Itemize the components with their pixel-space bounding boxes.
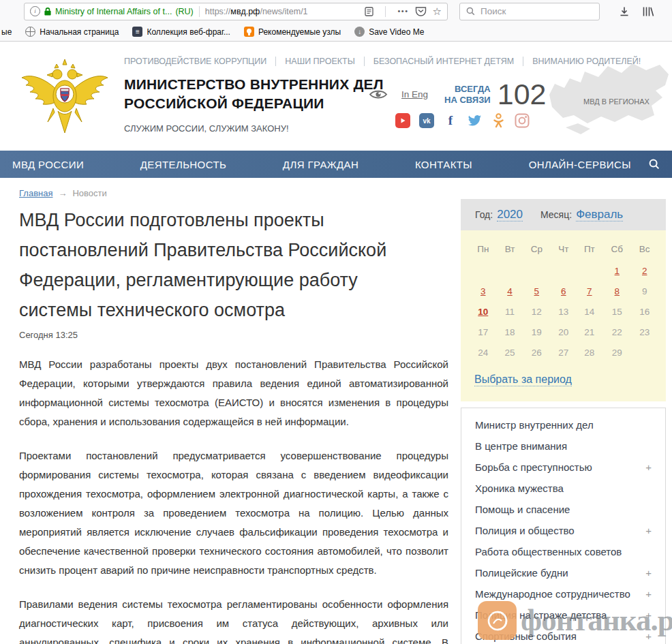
header-top-link[interactable]: БЕЗОПАСНЫЙ ИНТЕРНЕТ ДЕТЯМ (373, 57, 514, 66)
bookmark-item[interactable]: ые (1, 27, 12, 37)
page-actions-icon[interactable]: ••• (397, 7, 408, 15)
nav-item[interactable]: МВД РОССИИ (12, 159, 84, 170)
browser-toolbar: i Ministry of Internal Affairs of t... (… (0, 0, 672, 22)
year-select[interactable]: 2020 (497, 208, 523, 222)
sidebar-menu-item[interactable]: Борьба с преступностью+ (461, 457, 665, 478)
select-period-link[interactable]: Выбрать за период (474, 373, 572, 386)
reader-mode-icon[interactable] (365, 7, 373, 16)
sidebar-item-label: Полиция и общество (475, 525, 575, 536)
mvd-emblem (19, 55, 110, 138)
weekday-label: Чт (551, 237, 576, 260)
nav-item[interactable]: ОНЛАЙН-СЕРВИСЫ (529, 159, 631, 170)
pocket-icon[interactable] (415, 6, 427, 16)
expand-plus-icon[interactable]: + (645, 525, 652, 536)
calendar-day-link[interactable]: 8 (615, 286, 620, 296)
odnoklassniki-icon[interactable] (491, 113, 506, 128)
bookmark-star-icon[interactable]: ☆ (433, 6, 442, 16)
calendar-day-cell: 13 (551, 301, 576, 322)
sidebar-menu-item[interactable]: Полиция и общество+ (461, 520, 665, 541)
search-bar[interactable]: Поиск (459, 3, 600, 20)
breadcrumb-home-link[interactable]: Главная (19, 188, 52, 198)
url-bar[interactable]: i Ministry of Internal Affairs of t... (… (24, 3, 448, 20)
month-select[interactable]: Февраль (576, 208, 623, 222)
weekday-label: Вт (498, 237, 523, 260)
header-top-link[interactable]: НАШИ ПРОЕКТЫ (285, 57, 354, 66)
globe-icon (25, 27, 35, 37)
sidebar-item-label: Спортивные события (475, 630, 577, 642)
calendar-header: Год: 2020 Месяц: Февраль (461, 199, 666, 230)
vk-icon[interactable]: vk (419, 113, 434, 128)
calendar-day: 16 (639, 307, 650, 317)
calendar-day-cell: 17 (469, 322, 498, 342)
article-date: Сегодня 13:25 (19, 330, 448, 340)
sidebar-menu-item[interactable]: Полиция на страже детства+ (461, 604, 665, 626)
expand-plus-icon[interactable]: + (645, 567, 652, 579)
identity-site-name: Ministry of Internal Affairs of t... (55, 7, 172, 16)
regions-map[interactable]: МВД В РЕГИОНАХ (545, 52, 671, 144)
calendar-day-link[interactable]: 1 (615, 266, 620, 276)
sidebar-menu-item[interactable]: Работа общественных советов (461, 541, 665, 562)
info-icon[interactable]: i (30, 6, 40, 16)
youtube-icon[interactable] (395, 113, 410, 128)
sidebar-item-label: Полиция на страже детства (475, 609, 607, 621)
article-paragraph: МВД России разработаны проекты двух пост… (19, 355, 448, 431)
nav-search-icon[interactable] (649, 159, 660, 170)
calendar-day: 20 (558, 327, 568, 337)
bookmark-item[interactable]: ↓Save Video Me (354, 27, 424, 37)
breadcrumb: Главная → Новости (19, 188, 107, 198)
calendar-day-cell: 15 (602, 301, 631, 322)
expand-plus-icon[interactable]: + (645, 609, 652, 621)
calendar-day-link[interactable]: 3 (480, 286, 486, 296)
calendar-day-cell: 2 (631, 260, 658, 281)
expand-plus-icon[interactable]: + (645, 588, 652, 600)
sidebar-menu-item[interactable]: Помощь и спасение (461, 499, 665, 520)
in-eng-link[interactable]: In Eng (401, 89, 428, 99)
calendar-day-link[interactable]: 2 (642, 266, 647, 276)
calendar-day-cell: 7 (576, 281, 602, 301)
calendar-day-link[interactable]: 7 (587, 286, 592, 296)
news-calendar: Год: 2020 Месяц: Февраль ПнВтСрЧтПтСбВс … (461, 199, 666, 401)
sidebar-menu-item[interactable]: Спортивные события+ (461, 626, 665, 644)
identity-lang: (RU) (175, 7, 193, 16)
sidebar-item-label: Борьба с преступностью (475, 461, 592, 473)
sidebar-menu-item[interactable]: Полицейские будни+ (461, 562, 665, 583)
accessibility-eye-icon[interactable] (369, 89, 388, 100)
calendar-day-cell: 5 (522, 281, 551, 301)
calendar-day-cell: 9 (631, 281, 658, 301)
expand-plus-icon[interactable]: + (645, 630, 652, 642)
urlbar-separator (385, 6, 386, 17)
sidebar-menu-item[interactable]: Хроника мужества (461, 478, 665, 499)
bookmark-item[interactable]: Рекомендуемые узлы (244, 27, 341, 37)
sidebar-menu-item[interactable]: Международное сотрудничество+ (461, 583, 665, 604)
search-icon (466, 7, 475, 16)
regions-label[interactable]: МВД В РЕГИОНАХ (583, 97, 650, 106)
sidebar-menu-item[interactable]: Министр внутренних дел (461, 414, 665, 435)
nav-item[interactable]: ДЕЯТЕЛЬНОСТЬ (140, 159, 227, 170)
calendar-day-cell: 29 (602, 342, 631, 363)
site-header: ПРОТИВОДЕЙСТВИЕ КОРРУПЦИИНАШИ ПРОЕКТЫБЕЗ… (0, 42, 672, 151)
calendar-day-today[interactable]: 10 (478, 307, 488, 317)
calendar-week-row: 3456789 (469, 281, 658, 301)
calendar-day-link[interactable]: 4 (507, 286, 513, 296)
calendar-day-link[interactable]: 5 (534, 286, 540, 296)
sidebar-item-label: В центре внимания (475, 440, 567, 452)
expand-plus-icon[interactable]: + (645, 461, 652, 473)
url-text[interactable]: https://мвд.рф/news/item/1 (205, 7, 308, 16)
nav-item[interactable]: ДЛЯ ГРАЖДАН (283, 159, 358, 170)
bookmark-label: Начальная страница (40, 27, 119, 37)
twitter-icon[interactable] (467, 113, 482, 128)
downloads-button[interactable] (619, 6, 630, 17)
site-identity[interactable]: i Ministry of Internal Affairs of t... (… (30, 6, 194, 16)
header-top-link[interactable]: ПРОТИВОДЕЙСТВИЕ КОРРУПЦИИ (124, 57, 266, 66)
nav-item[interactable]: КОНТАКТЫ (415, 159, 472, 170)
bookmarks-bar: ыеНачальная страница≡Коллекция веб-фраг.… (0, 22, 672, 41)
bookmark-item[interactable]: Начальная страница (25, 27, 119, 37)
sidebar-menu-item[interactable]: В центре внимания (461, 435, 665, 457)
facebook-icon[interactable]: f (443, 113, 458, 128)
calendar-day-cell: 19 (522, 322, 551, 342)
calendar-day-link[interactable]: 6 (561, 286, 566, 296)
bookmark-item[interactable]: ≡Коллекция веб-фраг... (132, 27, 230, 37)
library-button[interactable] (642, 6, 654, 17)
instagram-icon[interactable] (515, 113, 530, 128)
lock-icon (44, 7, 52, 16)
